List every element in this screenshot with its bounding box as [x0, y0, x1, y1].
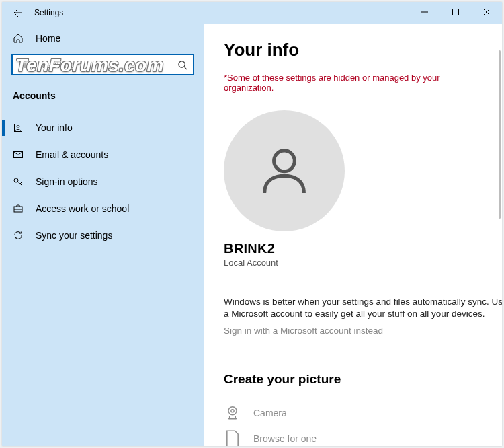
search-input[interactable] [18, 59, 177, 70]
sync-message: Windows is better when your settings and… [224, 296, 502, 320]
sidebar: Home Accounts Your info [2, 24, 204, 446]
briefcase-icon [13, 203, 24, 214]
sidebar-item-label: Sync your settings [36, 230, 112, 241]
home-icon [13, 33, 24, 44]
search-box[interactable] [11, 54, 194, 75]
content-pane: Your info *Some of these settings are hi… [204, 24, 502, 446]
svg-point-5 [14, 178, 18, 182]
browse-option[interactable]: Browse for one [224, 426, 486, 446]
camera-icon [224, 404, 241, 422]
settings-window: Settings Home [2, 2, 502, 446]
mail-icon [13, 149, 24, 160]
person-icon [13, 122, 24, 133]
caption-buttons [409, 2, 502, 22]
svg-rect-0 [453, 9, 459, 15]
msa-link[interactable]: Sign in with a Microsoft account instead [224, 326, 486, 336]
sidebar-item-label: Access work or school [36, 203, 129, 214]
key-icon [13, 176, 24, 187]
search-wrap [2, 52, 204, 85]
account-name: BRINK2 [224, 241, 275, 256]
home-label: Home [36, 33, 60, 44]
svg-point-8 [228, 407, 237, 415]
avatar-block: BRINK2 Local Account [224, 110, 486, 268]
sidebar-item-your-info[interactable]: Your info [2, 114, 204, 141]
search-icon [177, 60, 187, 70]
sidebar-item-label: Email & accounts [36, 149, 108, 160]
svg-point-3 [17, 126, 19, 128]
camera-label: Camera [253, 408, 287, 418]
window-body: Home Accounts Your info [2, 24, 502, 446]
back-button[interactable] [6, 2, 28, 24]
sidebar-nav: Your info Email & accounts Sign-in optio… [2, 114, 204, 249]
svg-point-9 [231, 410, 234, 412]
person-icon [255, 141, 314, 200]
camera-option: Camera [224, 400, 486, 426]
sidebar-item-signin[interactable]: Sign-in options [2, 168, 204, 195]
page-title: Your info [224, 40, 486, 61]
svg-point-1 [179, 61, 185, 67]
avatar [224, 110, 345, 231]
sidebar-item-email[interactable]: Email & accounts [2, 141, 204, 168]
browse-label: Browse for one [253, 433, 317, 444]
svg-point-7 [274, 151, 295, 172]
sidebar-item-work[interactable]: Access work or school [2, 195, 204, 222]
account-type: Local Account [224, 258, 278, 268]
sidebar-item-label: Your info [36, 122, 73, 133]
browse-icon [224, 429, 241, 446]
sync-icon [13, 230, 24, 241]
maximize-button[interactable] [440, 2, 471, 22]
sidebar-item-sync[interactable]: Sync your settings [2, 222, 204, 249]
scrollbar-thumb[interactable] [499, 50, 501, 219]
sidebar-item-label: Sign-in options [36, 176, 98, 187]
close-button[interactable] [471, 2, 502, 22]
window-title: Settings [34, 8, 63, 17]
sidebar-section-header: Accounts [2, 85, 204, 105]
titlebar-left: Settings [2, 2, 63, 24]
minimize-button[interactable] [409, 2, 440, 22]
org-warning: *Some of these settings are hidden or ma… [224, 73, 486, 93]
titlebar: Settings [2, 2, 502, 24]
home-link[interactable]: Home [2, 25, 204, 52]
create-picture-header: Create your picture [224, 372, 486, 387]
